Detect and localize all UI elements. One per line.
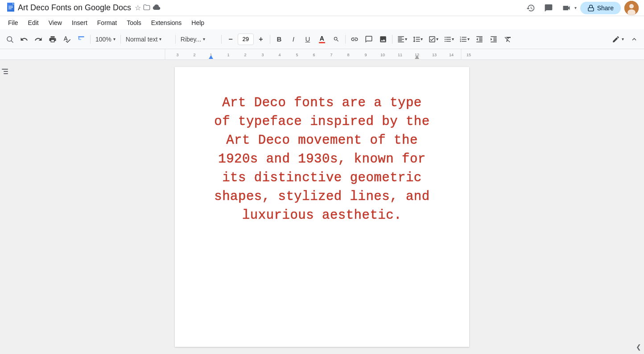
pen-select[interactable]: ▾	[610, 33, 626, 46]
svg-text:13: 13	[432, 53, 437, 57]
svg-text:9: 9	[364, 53, 367, 57]
zoom-value: 100%	[95, 36, 111, 43]
spellcheck-button[interactable]	[61, 33, 73, 46]
divider-5	[270, 35, 270, 44]
italic-label: I	[293, 35, 294, 43]
svg-line-11	[11, 41, 13, 42]
svg-point-10	[7, 37, 12, 42]
style-select[interactable]: Normal text ▾	[124, 33, 173, 46]
image-button[interactable]	[377, 33, 389, 46]
svg-text:1: 1	[227, 53, 229, 57]
checklist-button[interactable]: ▾	[426, 33, 440, 46]
svg-text:5: 5	[296, 53, 298, 57]
comment-button[interactable]	[363, 33, 375, 46]
ruler-svg: 3 2 1 1 2 3 4 5 6 7 8 9 10 11 12 13 14 1…	[0, 49, 644, 60]
chat-button[interactable]	[541, 1, 556, 15]
divider-4	[221, 35, 222, 44]
page-scroll: Art Deco fonts are a type of typeface in…	[11, 60, 633, 354]
expand-icon[interactable]: ❮	[636, 343, 641, 350]
font-size-display[interactable]: 29	[238, 33, 254, 45]
undo-button[interactable]	[18, 33, 30, 46]
print-button[interactable]	[46, 33, 59, 46]
doc-page: Art Deco fonts are a type of typeface in…	[175, 67, 469, 347]
svg-point-8	[629, 4, 634, 8]
font-size-decrease[interactable]: −	[224, 33, 237, 46]
text-color-button[interactable]: A	[316, 33, 328, 46]
paint-format-button[interactable]	[75, 33, 87, 46]
style-chevron: ▾	[159, 37, 161, 42]
history-button[interactable]	[524, 1, 538, 15]
toolbar: 100% ▾ Normal text ▾ Ribey... ▾ − 29 + B…	[0, 29, 644, 49]
zoom-chevron: ▾	[113, 37, 116, 42]
italic-button[interactable]: I	[287, 33, 300, 46]
outline-toggle[interactable]	[1, 67, 10, 76]
menu-extensions[interactable]: Extensions	[147, 17, 186, 28]
redo-button[interactable]	[32, 33, 45, 46]
svg-rect-3	[8, 6, 13, 7]
svg-rect-5	[8, 8, 12, 9]
menu-edit[interactable]: Edit	[24, 17, 43, 28]
meet-button-container: ▾	[559, 1, 577, 15]
right-gutter: ❮	[633, 60, 644, 354]
font-size-increase[interactable]: +	[255, 33, 267, 46]
line-spacing-button[interactable]: ▾	[411, 33, 425, 46]
svg-rect-12	[78, 36, 84, 37]
cloud-icon[interactable]	[153, 3, 161, 13]
menu-view[interactable]: View	[44, 17, 66, 28]
svg-text:11: 11	[398, 53, 402, 57]
bullet-list-button[interactable]: ▾	[442, 33, 456, 46]
svg-text:15: 15	[466, 53, 471, 57]
font-chevron: ▾	[203, 37, 205, 42]
svg-rect-13	[0, 49, 644, 60]
menu-tools[interactable]: Tools	[122, 17, 146, 28]
underline-label: U	[305, 35, 310, 43]
folder-icon[interactable]	[143, 3, 151, 13]
indent-more-button[interactable]	[487, 33, 500, 46]
share-label: Share	[597, 4, 614, 12]
underline-button[interactable]: U	[301, 33, 314, 46]
share-button[interactable]: Share	[580, 2, 621, 14]
menu-file[interactable]: File	[4, 17, 23, 28]
ruler: 3 2 1 1 2 3 4 5 6 7 8 9 10 11 12 13 14 1…	[0, 49, 644, 60]
search-button[interactable]	[4, 33, 16, 46]
highlight-button[interactable]	[330, 33, 343, 46]
svg-rect-4	[8, 7, 13, 8]
svg-text:10: 10	[380, 53, 385, 57]
font-size-controls: − 29 +	[224, 33, 267, 46]
font-select[interactable]: Ribey... ▾	[178, 33, 219, 46]
indent-less-button[interactable]	[473, 33, 486, 46]
bold-label: B	[277, 35, 281, 43]
svg-text:2: 2	[244, 53, 246, 57]
svg-text:3: 3	[176, 53, 178, 57]
numbered-list-button[interactable]: ▾	[458, 33, 471, 46]
text-color-indicator: A	[319, 35, 325, 43]
divider-6	[345, 35, 346, 44]
meet-chevron[interactable]: ▾	[574, 5, 577, 10]
avatar[interactable]	[624, 1, 639, 15]
bold-button[interactable]: B	[273, 33, 285, 46]
doc-area: Art Deco fonts are a type of typeface in…	[0, 60, 644, 354]
left-gutter	[0, 60, 11, 354]
zoom-select[interactable]: 100% ▾	[93, 33, 118, 46]
menu-help[interactable]: Help	[187, 17, 209, 28]
star-icon[interactable]: ☆	[135, 4, 141, 12]
style-label: Normal text	[126, 36, 158, 43]
svg-text:6: 6	[313, 53, 315, 57]
svg-text:7: 7	[330, 53, 332, 57]
clear-format-button[interactable]	[502, 33, 514, 46]
doc-content[interactable]: Art Deco fonts are a type of typeface in…	[211, 94, 433, 225]
align-button[interactable]: ▾	[395, 33, 409, 46]
menu-insert[interactable]: Insert	[67, 17, 92, 28]
doc-text: Art Deco fonts are a type of typeface in…	[214, 96, 429, 223]
svg-text:8: 8	[347, 53, 349, 57]
divider-2	[120, 35, 121, 44]
link-button[interactable]	[348, 33, 361, 46]
collapse-toolbar-button[interactable]	[628, 33, 640, 46]
svg-rect-6	[588, 8, 594, 11]
menu-format[interactable]: Format	[93, 17, 121, 28]
doc-title: Art Deco Fonts on Google Docs	[18, 3, 131, 12]
title-bar: Art Deco Fonts on Google Docs ☆ ▾ Share	[0, 0, 644, 16]
svg-text:14: 14	[449, 53, 454, 57]
meet-button[interactable]	[559, 1, 574, 15]
doc-icon	[5, 2, 18, 14]
